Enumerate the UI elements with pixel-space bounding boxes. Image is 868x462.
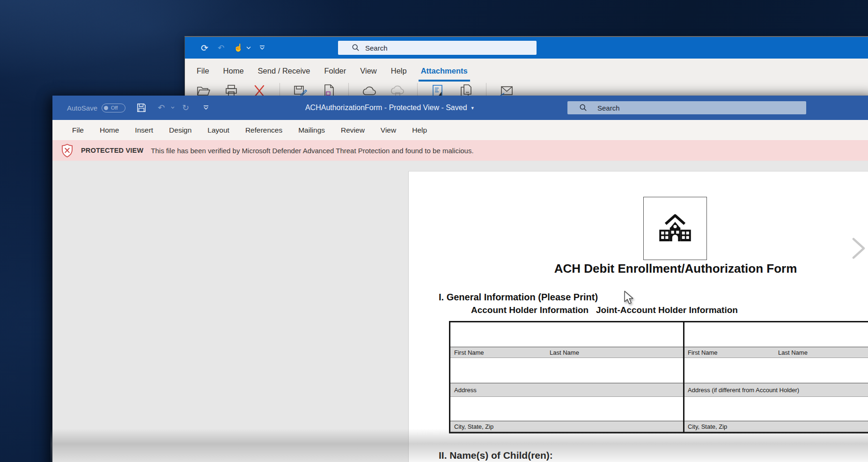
outlook-tab-help[interactable]: Help [384,59,414,83]
word-titlebar: AutoSave Off ↶ ↻ ACHAuthorizationForm - … [52,96,868,120]
table-label: City, State, Zip [688,423,727,430]
document-workspace: ACH Debit Enrollment/Authorization Form … [52,161,868,462]
protected-view-banner: PROTECTED VIEW This file has been verifi… [52,140,868,161]
outlook-tab-home[interactable]: Home [216,59,251,83]
undo-icon[interactable]: ↶ [218,44,224,52]
tab-home[interactable]: Home [92,120,127,140]
mouse-cursor [624,291,634,305]
outlook-tab-view[interactable]: View [353,59,383,83]
redo-icon: ↻ [182,104,189,112]
section1-heading: I. General Information (Please Print) [439,292,598,303]
outlook-tab-file[interactable]: File [190,59,216,83]
table-label: Last Name [550,349,579,356]
city-label-row: City, State, Zip City, State, Zip [450,421,868,432]
tab-insert[interactable]: Insert [127,120,161,140]
outlook-ribbon-tabs: File Home Send / Receive Folder View Hel… [185,59,868,83]
tab-mailings[interactable]: Mailings [290,120,333,140]
send-receive-icon[interactable]: ⟳ [201,44,208,52]
general-information-table: First Name Last Name First Name Last Nam… [449,321,868,433]
tab-design[interactable]: Design [161,120,199,140]
save-button[interactable] [137,96,146,120]
outlook-search-placeholder: Search [365,44,388,52]
tab-file[interactable]: File [64,120,92,140]
form-title: ACH Debit Enrollment/Authorization Form [507,261,844,276]
word-window: AutoSave Off ↶ ↻ ACHAuthorizationForm - … [52,95,868,462]
section2-heading: II. Name(s) of Child(ren): [439,450,553,461]
autosave-control[interactable]: AutoSave Off [67,96,125,120]
outlook-tab-attachments[interactable]: Attachments [414,59,475,83]
customize-quick-access-icon [204,106,208,109]
touch-mouse-mode-icon[interactable]: ☝ [234,44,243,52]
outlook-titlebar: ⟳ ↶ ☝ Search [185,37,868,59]
document-title-bar-text: ACHAuthorizationForm - Protected View - … [249,96,530,120]
undo-button[interactable]: ↶ [158,96,165,120]
protected-view-message: This file has been verified by Microsoft… [151,147,473,155]
outlook-quick-access-toolbar: ⟳ ↶ ☝ [201,37,265,59]
table-label: City, State, Zip [454,423,493,430]
search-icon [580,104,587,112]
redo-button[interactable]: ↻ [182,96,189,120]
outlook-tab-folder[interactable]: Folder [317,59,353,83]
chevron-down-icon[interactable] [246,46,251,50]
joint-account-holder-column-heading: Joint-Account Holder Information [596,305,738,315]
tab-review[interactable]: Review [333,120,373,140]
address-label-row: Address Address (if different from Accou… [450,383,868,397]
autosave-state: Off [111,105,118,111]
undo-icon: ↶ [158,104,165,112]
next-page-chevron-icon[interactable] [851,235,867,261]
autosave-toggle[interactable]: Off [102,104,125,112]
outlook-window: ⟳ ↶ ☝ Search File Home Send / Receive Fo… [184,36,868,103]
name-label-row: First Name Last Name First Name Last Nam… [450,347,868,358]
account-holder-column-heading: Account Holder Information [471,305,588,315]
table-label: First Name [688,349,718,356]
table-label: Address (if different from Account Holde… [688,387,799,394]
security-shield-icon [61,144,73,157]
school-building-icon [658,214,692,244]
word-search-box[interactable]: Search [567,101,806,114]
table-label: Address [454,387,477,394]
tab-layout[interactable]: Layout [199,120,237,140]
window-title: ACHAuthorizationForm - Protected View - … [305,104,467,112]
chevron-down-icon [171,107,174,108]
customize-quick-access-icon[interactable] [259,45,265,50]
form-logo-box [643,197,707,260]
search-icon [352,44,360,52]
name-entry-row[interactable] [450,322,868,347]
document-page: ACH Debit Enrollment/Authorization Form … [408,171,868,462]
outlook-tab-send-receive[interactable]: Send / Receive [251,59,317,83]
tab-help[interactable]: Help [404,120,435,140]
table-label: Last Name [778,349,808,356]
table-column-divider [683,322,684,432]
table-label: First Name [454,349,484,356]
address-entry-row[interactable] [450,358,868,383]
tab-view[interactable]: View [373,120,404,140]
customize-quick-access-button[interactable] [203,96,209,120]
word-menu-bar: File Home Insert Design Layout Reference… [52,120,868,140]
title-dropdown-caret[interactable]: ▾ [471,105,474,111]
undo-dropdown[interactable] [171,96,175,120]
outlook-search-box[interactable]: Search [338,41,537,55]
city-entry-row[interactable] [450,397,868,421]
autosave-label: AutoSave [67,104,97,112]
autosave-toggle-knob [104,106,108,110]
protected-view-label: PROTECTED VIEW [81,147,143,154]
word-search-placeholder: Search [597,104,620,112]
tab-references[interactable]: References [237,120,290,140]
